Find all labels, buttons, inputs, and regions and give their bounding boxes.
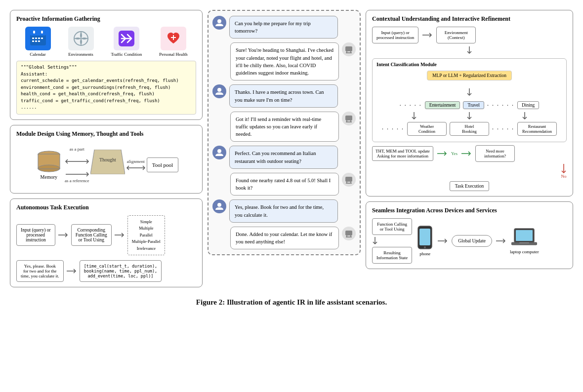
auto-result-box: [time_cal(start_t, duration),booking(nam… bbox=[80, 260, 162, 282]
svg-rect-35 bbox=[345, 116, 352, 120]
chat-bubble-3: Thanks. I have a meeting across town. Ca… bbox=[229, 84, 338, 107]
seamless-state-box: ResultingInformation State bbox=[372, 247, 412, 264]
seamless-arrow2 bbox=[496, 238, 506, 244]
no-label: No bbox=[561, 174, 567, 179]
ctx-arrow1 bbox=[422, 32, 432, 38]
chat-msg-1: Can you help me prepare for my trip tomo… bbox=[212, 16, 356, 39]
ctx-env-box: Environment(Context) bbox=[436, 27, 476, 43]
proactive-title: Proactive Information Gathering bbox=[16, 15, 196, 23]
down-arrow-3c bbox=[522, 112, 528, 120]
auto-title: Autonomous Task Execution bbox=[16, 204, 196, 211]
svg-rect-6 bbox=[38, 38, 40, 39]
tag-entertainment: Entertainment bbox=[425, 101, 460, 109]
subtag-hotel: HotelBooking bbox=[450, 122, 489, 136]
tag-travel: Travel bbox=[463, 101, 484, 109]
phone-label: phone bbox=[419, 251, 430, 256]
icon-traffic: Traffic Condition bbox=[111, 27, 142, 57]
dots-sub-left: · · · · · bbox=[382, 125, 404, 133]
mlp-box: MLP or LLM + Regularized Extraction bbox=[427, 71, 512, 80]
ctx-down-arrows3 bbox=[386, 112, 552, 120]
alignment-arrow bbox=[126, 165, 146, 171]
right-arrow bbox=[65, 171, 89, 177]
global-col: Global Update bbox=[452, 235, 492, 247]
task-exec-box: Task Execution bbox=[450, 181, 490, 191]
env-label: Environments bbox=[68, 52, 93, 57]
chat-msg-7: Yes, please. Book for two and for the ti… bbox=[212, 199, 356, 222]
svg-rect-9 bbox=[35, 40, 37, 42]
icon-environments: Environments bbox=[68, 27, 94, 57]
svg-point-20 bbox=[38, 165, 60, 172]
down-arrow-2 bbox=[466, 88, 472, 96]
user-icon-3 bbox=[215, 148, 224, 157]
tht-row: THT, MEM and TOOL updateAsking for more … bbox=[372, 145, 567, 162]
module-title: Module Design Using Memory, Thought and … bbox=[16, 130, 196, 138]
autonomous-panel: Autonomous Task Execution Input (query) … bbox=[10, 198, 203, 288]
module-diagram: Memory as a part bbox=[16, 142, 196, 188]
chat-bubble-6: Found one nearby rated 4.8 out of 5.0! S… bbox=[230, 173, 339, 196]
yes-arrow bbox=[461, 151, 471, 157]
chat-msg-2: Sure! You're heading to Shanghai. I've c… bbox=[212, 42, 356, 80]
subtag-restaurant: RestaurantRecommendation bbox=[517, 122, 557, 136]
assistant-icon-4 bbox=[344, 229, 353, 238]
chat-bubble-1: Can you help me prepare for my trip tomo… bbox=[229, 16, 338, 39]
svg-rect-1 bbox=[30, 32, 46, 36]
assistant-avatar-1 bbox=[342, 42, 356, 56]
health-label: Personal Health bbox=[159, 52, 187, 57]
left-right-arrow bbox=[65, 158, 89, 164]
assistant-avatar-3 bbox=[342, 173, 356, 187]
icon-calendar: Calendar bbox=[25, 27, 51, 57]
thought-label: Thought bbox=[99, 157, 116, 162]
memory-box: Memory bbox=[34, 150, 64, 180]
svg-rect-5 bbox=[35, 38, 37, 39]
global-update-box: Global Update bbox=[452, 235, 492, 247]
user-avatar-1 bbox=[212, 16, 226, 30]
need-more-box: Need moreinformation? bbox=[475, 145, 515, 162]
ctx-down-arrow bbox=[372, 46, 567, 56]
health-icon bbox=[165, 30, 182, 47]
svg-point-39 bbox=[217, 149, 221, 153]
svg-point-34 bbox=[217, 88, 221, 92]
device-phone: phone bbox=[416, 226, 434, 256]
intent-section: Intent Classification Module MLP or LLM … bbox=[372, 58, 567, 142]
memory-icon bbox=[34, 150, 64, 174]
auto-func-box: CorrespondingFunction Callingor Tool Usi… bbox=[71, 224, 112, 246]
down-arrow-3a bbox=[411, 112, 417, 120]
traffic-icon bbox=[118, 30, 135, 47]
env-icon bbox=[72, 30, 90, 47]
module-panel: Module Design Using Memory, Thought and … bbox=[10, 125, 203, 194]
user-icon-1 bbox=[215, 18, 224, 27]
dots-sub-mid: · · · · · bbox=[492, 125, 514, 133]
svg-rect-2 bbox=[33, 31, 35, 34]
auto-arrow1 bbox=[58, 232, 68, 238]
health-icon-box bbox=[161, 27, 186, 50]
arrow1-label: as a part bbox=[70, 147, 84, 152]
laptop-icon bbox=[511, 228, 537, 247]
figure-caption: Figure 2: Illustration of agentic IR in … bbox=[10, 298, 573, 307]
subtag-weather: WeatherCondition bbox=[407, 122, 447, 136]
env-icon-box bbox=[68, 27, 94, 50]
tool-box: Tool pool bbox=[147, 157, 178, 172]
chat-bubble-5: Perfect. Can you recommend an Italian re… bbox=[229, 146, 338, 168]
assistant-avatar-2 bbox=[342, 112, 356, 125]
chat-msg-4: Got it! I'll send a reminder with real-t… bbox=[212, 112, 356, 142]
proactive-code: """Global Settings""" Assistant: current… bbox=[16, 61, 196, 115]
traffic-label: Traffic Condition bbox=[111, 52, 142, 57]
auto-arrow2 bbox=[115, 232, 125, 238]
svg-rect-45 bbox=[345, 231, 352, 235]
chat-bubble-8: Done. Added to your calendar. Let me kno… bbox=[230, 227, 339, 249]
calendar-icon bbox=[29, 30, 47, 47]
down-arrow-1 bbox=[466, 46, 472, 54]
arrow1 bbox=[65, 158, 89, 164]
phone-icon bbox=[416, 226, 434, 249]
seamless-panel: Seamless Integration Across Devices and … bbox=[366, 201, 573, 269]
auto-query-box: Yes, please. Bookfor two and for thetime… bbox=[16, 260, 64, 282]
chat-bubble-4: Got it! I'll send a reminder with real-t… bbox=[230, 112, 339, 142]
figure-text: Illustration of agentic IR in life assis… bbox=[227, 298, 387, 306]
mem-thought-arrows: as a part bbox=[65, 147, 89, 183]
contextual-panel: Contextual Understanding and Interactive… bbox=[366, 10, 573, 196]
svg-point-29 bbox=[217, 19, 221, 23]
user-avatar-2 bbox=[212, 84, 226, 98]
dots-left: · · · · · bbox=[400, 102, 422, 109]
arrow3-label: alignment bbox=[127, 159, 145, 164]
seamless-func-box: Function Callingor Tool Using bbox=[372, 218, 412, 235]
